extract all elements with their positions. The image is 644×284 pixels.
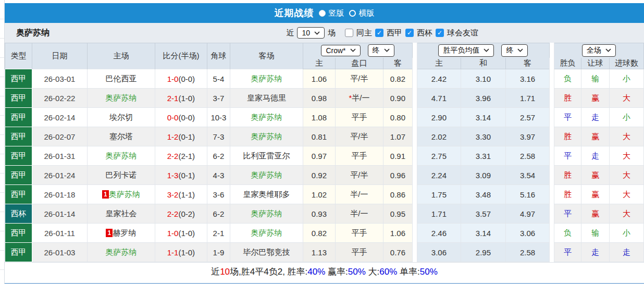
home-team[interactable]: 奥萨苏纳 (87, 243, 155, 262)
avg-draw-odds: 3.57 (461, 204, 505, 224)
layout-option-label: 横版 (358, 8, 374, 18)
recent-count-select[interactable]: 10 (297, 27, 325, 39)
column-spacer (412, 243, 417, 262)
home-team[interactable]: 1奥萨苏纳 (87, 185, 155, 204)
summary-bar: 近10场,胜4平4负2, 胜率:40% 赢率:50% 大:60% 单率:50% (5, 262, 644, 281)
table-row[interactable]: 西甲 26-02-14 埃尔切 0-0(0-0) 10-3 奥萨苏纳 1.08 … (5, 108, 643, 127)
table-row[interactable]: 西甲 26-02-07 塞尔塔 1-2(0-1) 7-3 奥萨苏纳 0.81 平… (5, 127, 643, 146)
recent-prefix-label: 近 (286, 28, 294, 38)
league-type-badge: 西杯 (5, 204, 32, 224)
recent-count-value: 10 (302, 29, 310, 37)
team-name-text: 奥萨苏纳 (251, 209, 282, 218)
column-spacer (412, 89, 417, 108)
goals-verdict: 大 (610, 127, 644, 146)
odds-source-select[interactable]: Crow* (321, 45, 360, 56)
fulltime-score: 2-2 (167, 209, 179, 218)
odds-home: 0.97 (303, 146, 335, 166)
score-halftime: 1-3(0-1) (155, 166, 207, 185)
handicap-line: 半/一 (335, 185, 383, 204)
radio-selected-icon[interactable] (319, 10, 326, 17)
column-spacer (412, 146, 417, 166)
away-team[interactable]: 毕尔巴鄂竞技 (230, 243, 303, 262)
chevron-down-icon (350, 48, 356, 52)
home-team[interactable]: 埃尔切 (87, 108, 155, 127)
away-team[interactable]: 皇家奥维耶多 (230, 185, 303, 204)
match-date: 26-02-07 (32, 127, 87, 146)
radio-unselected-icon[interactable] (349, 10, 356, 17)
table-row[interactable]: 西甲 26-01-24 巴列卡诺 1-3(0-1) 4-3 奥萨苏纳 0.92 … (5, 166, 643, 185)
layout-option-horizontal[interactable]: 横版 (349, 8, 374, 18)
table-row[interactable]: 西甲 26-01-11 1赫罗纳 1-0(1-0) 2-1 奥萨苏纳 0.82 … (5, 224, 643, 243)
table-row[interactable]: 西甲 26-01-18 1奥萨苏纳 3-2(1-1) 3-6 皇家奥维耶多 1.… (5, 185, 643, 204)
away-team[interactable]: 奥萨苏纳 (230, 69, 303, 89)
match-date: 26-01-24 (32, 166, 87, 185)
chevron-down-icon (314, 31, 320, 35)
laliga-checkbox[interactable]: ✓ (375, 29, 383, 37)
chevron-down-icon (384, 48, 390, 52)
column-spacer (550, 43, 554, 69)
avg-time-select[interactable]: 终 (501, 44, 528, 57)
odds-time-select[interactable]: 终 (368, 44, 394, 57)
avg-home-odds: 2.46 (417, 224, 461, 243)
column-spacer (550, 185, 554, 204)
layout-option-vertical[interactable]: 竖版 (319, 8, 344, 18)
away-team[interactable]: 比利亚雷亚尔 (230, 146, 303, 166)
handicap-verdict: 赢 (581, 185, 610, 204)
match-date: 26-02-14 (32, 108, 87, 127)
odds-away: 0.76 (383, 243, 412, 262)
home-team[interactable]: 1赫罗纳 (87, 224, 155, 243)
avg-home-odds: 1.71 (417, 204, 461, 224)
table-row[interactable]: 西甲 26-01-31 奥萨苏纳 2-2(2-1) 6-2 比利亚雷亚尔 0.9… (5, 146, 643, 166)
home-team[interactable]: 奥萨苏纳 (87, 146, 155, 166)
away-team[interactable]: 奥萨苏纳 (230, 108, 303, 127)
away-team[interactable]: 奥萨苏纳 (230, 204, 303, 224)
same-home-checkbox[interactable] (345, 29, 353, 37)
away-team[interactable]: 奥萨苏纳 (230, 127, 303, 146)
away-team[interactable]: 皇家马德里 (230, 89, 303, 108)
result-verdict: 胜 (554, 166, 581, 185)
red-card-badge: 1 (102, 190, 109, 199)
handicap-verdict: 输 (581, 224, 610, 243)
home-team[interactable]: 奥萨苏纳 (87, 89, 155, 108)
away-team[interactable]: 奥萨苏纳 (230, 166, 303, 185)
avg-draw-odds: 3.14 (461, 224, 505, 243)
avg-home-odds: 2.24 (417, 166, 461, 185)
handicap-line: 平/半 (335, 127, 383, 146)
handicap-verdict: 赢 (581, 89, 610, 108)
table-row[interactable]: 西杯 26-01-14 皇家社会 2-2(0-2) 6-2 奥萨苏纳 0.93 … (5, 204, 643, 224)
score-halftime: 0-0(0-0) (155, 108, 207, 127)
avg-source-header: 胜平负均值 终 (417, 43, 549, 58)
scope-select[interactable]: 全场 (582, 44, 616, 57)
goals-verdict: 小 (610, 108, 644, 127)
table-row[interactable]: 西甲 26-01-03 奥萨苏纳 1-1(1-0) 1-9 毕尔巴鄂竞技 1.1… (5, 243, 643, 262)
odds-home: 0.81 (303, 127, 335, 146)
title-bar: 近期战绩 竖版 横版 (5, 3, 644, 23)
avg-away-odds: 3.06 (505, 224, 549, 243)
home-team[interactable]: 皇家社会 (87, 204, 155, 224)
handicap-line: 平手 (335, 108, 383, 127)
friendly-checkbox[interactable]: ✓ (436, 29, 444, 37)
league-type-badge: 西甲 (5, 243, 32, 262)
home-team[interactable]: 巴伦西亚 (87, 69, 155, 89)
column-spacer (550, 166, 554, 185)
team-name-text: 皇家奥维耶多 (243, 190, 290, 199)
home-team[interactable]: 巴列卡诺 (87, 166, 155, 185)
league-type-badge: 西甲 (5, 69, 32, 89)
halftime-score: (1-0) (178, 229, 195, 238)
result-verdict: 平 (554, 204, 581, 224)
handicap-verdict: 走 (581, 243, 610, 262)
corner-score: 2-1 (207, 224, 230, 243)
table-row[interactable]: 西甲 26-03-01 巴伦西亚 1-0(0-0) 5-4 奥萨苏纳 1.06 … (5, 69, 643, 89)
copa-checkbox[interactable]: ✓ (405, 29, 414, 37)
avg-away-odds: 5.16 (505, 185, 549, 204)
table-row[interactable]: 西甲 26-02-22 奥萨苏纳 2-1(1-0) 3-7 皇家马德里 0.98… (5, 89, 643, 108)
halftime-score: (2-1) (178, 152, 195, 160)
result-verdict: 负 (554, 69, 581, 89)
halftime-score: (1-0) (178, 94, 195, 103)
home-team[interactable]: 塞尔塔 (87, 127, 155, 146)
odds-home: 0.92 (303, 166, 335, 185)
header-odds-away: 客 (383, 58, 412, 69)
avg-source-select[interactable]: 胜平负均值 (438, 44, 494, 57)
away-team[interactable]: 奥萨苏纳 (230, 224, 303, 243)
odds-home: 1.08 (303, 108, 335, 127)
